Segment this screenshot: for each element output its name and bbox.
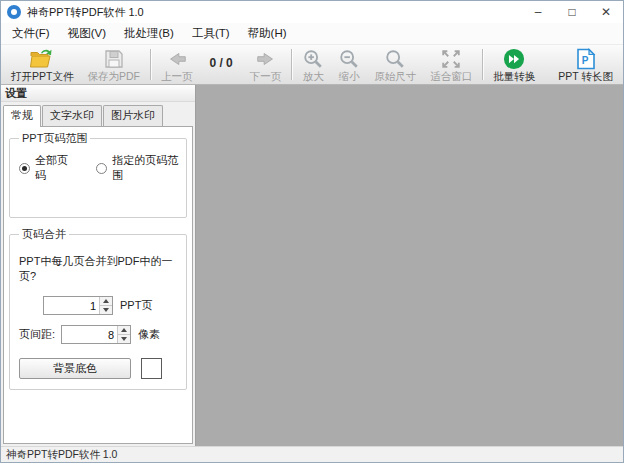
app-icon (7, 5, 21, 19)
zoom-in-button[interactable]: 放大 (295, 45, 331, 84)
next-page-label: 下一页 (250, 70, 282, 84)
close-icon: ✕ (601, 5, 611, 19)
spin-down-icon (103, 308, 109, 312)
close-button[interactable]: ✕ (589, 1, 623, 23)
window-controls: – □ ✕ (521, 1, 623, 23)
page-counter: 0 / 0 (199, 56, 242, 70)
ppt-long-image-label: PPT 转长图 (558, 70, 613, 84)
ppt-long-image-icon: P (576, 48, 596, 70)
page-spacing-row: 页间距: 像素 (19, 325, 179, 344)
zoom-in-icon (302, 48, 324, 70)
menu-batch[interactable]: 批处理(B) (115, 23, 183, 44)
zoom-out-button[interactable]: 缩小 (331, 45, 367, 84)
next-page-button[interactable]: 下一页 (243, 45, 289, 84)
arrow-left-icon (166, 48, 188, 70)
menu-help[interactable]: 帮助(H) (239, 23, 296, 44)
document-viewer[interactable] (196, 85, 623, 446)
page-merge-legend: 页码合并 (19, 227, 69, 242)
background-color-button[interactable]: 背景底色 (19, 358, 131, 379)
app-window: 神奇PPT转PDF软件 1.0 – □ ✕ 文件(F) 视图(V) 批处理(B)… (0, 0, 624, 463)
menu-file[interactable]: 文件(F) (3, 23, 59, 44)
original-size-button[interactable]: 原始尺寸 (367, 45, 423, 84)
merge-question-label: PPT中每几页合并到PDF中的一页? (19, 254, 179, 284)
original-size-icon (384, 48, 406, 70)
toolbar-spacer (542, 45, 551, 84)
background-color-row: 背景底色 (19, 358, 179, 379)
page-spacing-label: 页间距: (19, 327, 55, 342)
spin-down-button[interactable] (118, 334, 130, 343)
pages-per-sheet-row: PPT页 (43, 296, 179, 315)
svg-text:P: P (581, 55, 588, 66)
save-floppy-icon (103, 48, 125, 70)
background-color-swatch[interactable] (141, 358, 162, 379)
spin-up-button[interactable] (118, 326, 130, 334)
spin-up-button[interactable] (100, 297, 112, 305)
settings-panel: 设置 常规 文字水印 图片水印 PPT页码范围 全部页码 (1, 85, 196, 446)
minimize-icon: – (535, 5, 542, 19)
tab-text-watermark[interactable]: 文字水印 (42, 105, 102, 126)
fit-window-label: 适合窗口 (430, 70, 472, 84)
maximize-icon: □ (568, 5, 575, 19)
spinner-buttons (99, 297, 112, 314)
prev-page-label: 上一页 (161, 70, 193, 84)
status-bar: 神奇PPT转PDF软件 1.0 (1, 446, 623, 462)
settings-tabs: 常规 文字水印 图片水印 (1, 102, 195, 126)
open-ppt-label: 打开PPT文件 (11, 70, 73, 84)
page-range-legend: PPT页码范围 (19, 131, 90, 146)
radio-all-pages-label: 全部页码 (35, 153, 72, 183)
toolbar-separator (482, 49, 483, 80)
tab-image-watermark[interactable]: 图片水印 (103, 105, 163, 126)
prev-page-button[interactable]: 上一页 (154, 45, 200, 84)
tab-content-general: PPT页码范围 全部页码 指定的页码范围 页码合并 PP (3, 126, 193, 444)
pages-per-sheet-input[interactable] (44, 297, 99, 314)
open-ppt-button[interactable]: 打开PPT文件 (4, 45, 80, 84)
settings-panel-title: 设置 (1, 85, 195, 102)
menu-bar: 文件(F) 视图(V) 批处理(B) 工具(T) 帮助(H) (1, 23, 623, 45)
toolbar: 打开PPT文件 保存为PDF 上一页 0 / 0 (1, 45, 623, 85)
batch-convert-icon (503, 48, 525, 70)
open-folder-icon (29, 48, 55, 70)
fit-window-icon (440, 48, 462, 70)
page-spacing-input[interactable] (62, 326, 117, 343)
batch-convert-label: 批量转换 (493, 70, 535, 84)
radio-specified-range-label: 指定的页码范围 (112, 153, 179, 183)
toolbar-separator (150, 49, 151, 80)
zoom-out-icon (338, 48, 360, 70)
original-size-label: 原始尺寸 (374, 70, 416, 84)
pages-unit-label: PPT页 (120, 298, 152, 313)
toolbar-separator (291, 49, 292, 80)
page-range-group: PPT页码范围 全部页码 指定的页码范围 (9, 131, 187, 218)
window-title: 神奇PPT转PDF软件 1.0 (27, 5, 144, 20)
ppt-to-long-image-button[interactable]: P PPT 转长图 (551, 45, 620, 84)
spin-up-icon (103, 299, 109, 303)
spin-down-icon (121, 337, 127, 341)
spacing-unit-label: 像素 (138, 327, 160, 342)
tab-general[interactable]: 常规 (3, 105, 41, 127)
menu-tools[interactable]: 工具(T) (183, 23, 239, 44)
radio-checked-icon (19, 163, 30, 174)
title-bar: 神奇PPT转PDF软件 1.0 – □ ✕ (1, 1, 623, 23)
zoom-in-label: 放大 (303, 70, 324, 84)
spinner-buttons (117, 326, 130, 343)
radio-all-pages[interactable]: 全部页码 (19, 153, 72, 183)
spin-up-icon (121, 328, 127, 332)
menu-view[interactable]: 视图(V) (59, 23, 115, 44)
save-pdf-button[interactable]: 保存为PDF (80, 45, 147, 84)
status-text: 神奇PPT转PDF软件 1.0 (6, 448, 117, 460)
fit-window-button[interactable]: 适合窗口 (423, 45, 479, 84)
page-spacing-spinner (61, 325, 131, 344)
zoom-out-label: 缩小 (339, 70, 360, 84)
save-pdf-label: 保存为PDF (87, 70, 140, 84)
maximize-button[interactable]: □ (555, 1, 589, 23)
radio-specified-range[interactable]: 指定的页码范围 (96, 153, 179, 183)
spin-down-button[interactable] (100, 305, 112, 314)
arrow-right-icon (255, 48, 277, 70)
pages-per-sheet-spinner (43, 296, 113, 315)
main-area: 设置 常规 文字水印 图片水印 PPT页码范围 全部页码 (1, 85, 623, 446)
batch-convert-button[interactable]: 批量转换 (486, 45, 542, 84)
page-merge-group: 页码合并 PPT中每几页合并到PDF中的一页? PPT页 (9, 227, 187, 390)
minimize-button[interactable]: – (521, 1, 555, 23)
radio-unchecked-icon (96, 163, 107, 174)
